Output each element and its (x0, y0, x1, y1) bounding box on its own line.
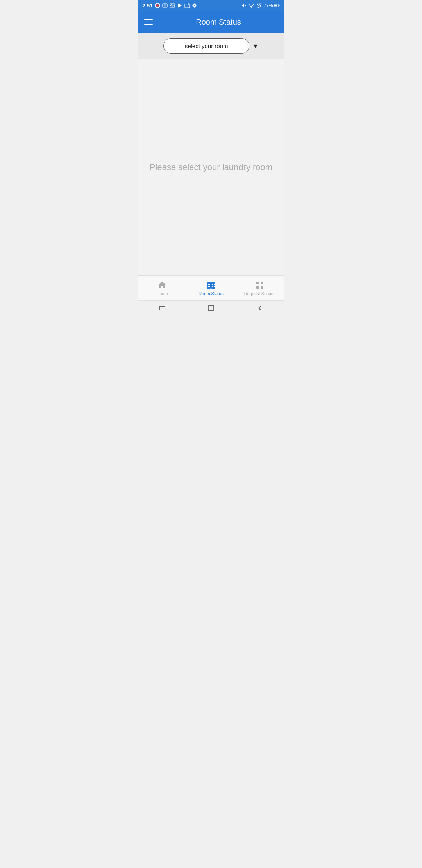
empty-state-message: Please select your laundry room (140, 162, 282, 172)
svg-line-18 (257, 3, 257, 4)
app-bar-title: Room Status (159, 18, 278, 27)
settings-icon (192, 3, 197, 8)
selector-area: select your room ▼ (138, 33, 284, 59)
svg-rect-34 (214, 284, 215, 285)
svg-point-14 (251, 7, 252, 8)
nav-item-room-status[interactable]: Room Status (187, 280, 236, 296)
svg-marker-6 (178, 3, 182, 8)
nav-item-home[interactable]: Home (138, 280, 187, 296)
svg-rect-22 (274, 5, 277, 7)
svg-point-3 (164, 4, 166, 6)
nav-item-request-service[interactable]: Request Service (236, 280, 284, 296)
home-button[interactable] (207, 304, 215, 314)
play-store-icon (177, 3, 182, 8)
svg-rect-30 (209, 286, 210, 287)
menu-button[interactable] (144, 19, 153, 25)
svg-rect-36 (214, 286, 215, 287)
contacts-icon (162, 3, 168, 8)
status-bar-right: 77% (241, 3, 279, 8)
home-icon (157, 280, 167, 290)
svg-rect-39 (256, 286, 259, 289)
svg-rect-38 (261, 282, 263, 284)
battery-indicator: 77% (263, 3, 279, 8)
alarm-icon (256, 3, 261, 8)
svg-point-5 (171, 4, 172, 5)
room-selector-button[interactable]: select your room (163, 38, 249, 54)
nav-label-room-status: Room Status (198, 291, 224, 296)
svg-point-1 (156, 4, 159, 7)
record-app-icon (155, 3, 160, 8)
svg-rect-31 (212, 283, 213, 283)
building-icon (206, 280, 216, 290)
svg-rect-40 (261, 286, 263, 289)
gallery-icon (170, 3, 175, 8)
calendar-icon (184, 3, 190, 8)
svg-rect-32 (214, 283, 215, 283)
svg-rect-37 (256, 282, 259, 284)
battery-percent: 77% (263, 3, 273, 8)
back-button[interactable] (256, 304, 264, 314)
app-bar: Room Status (138, 11, 284, 33)
svg-rect-26 (209, 283, 210, 283)
recent-apps-button[interactable] (158, 304, 166, 314)
svg-rect-27 (208, 284, 209, 285)
mute-icon (241, 3, 247, 8)
grid-icon (255, 280, 265, 290)
main-content: Please select your laundry room (138, 59, 284, 275)
svg-rect-45 (208, 305, 214, 311)
wifi-icon (249, 3, 254, 8)
svg-rect-25 (208, 283, 209, 283)
svg-rect-28 (209, 284, 210, 285)
svg-line-19 (260, 3, 261, 4)
status-bar: 2:51 (138, 0, 284, 11)
svg-rect-29 (208, 286, 209, 287)
svg-rect-21 (279, 5, 279, 6)
svg-rect-35 (212, 286, 213, 287)
svg-point-11 (193, 5, 195, 7)
nav-label-home: Home (156, 291, 168, 296)
status-bar-left: 2:51 (143, 3, 197, 9)
nav-label-request-service: Request Service (244, 291, 276, 296)
svg-rect-7 (185, 4, 190, 8)
svg-rect-33 (212, 284, 213, 285)
bottom-nav: Home Room Status Request Ser (138, 275, 284, 300)
android-nav-bar (138, 300, 284, 317)
dropdown-arrow-icon[interactable]: ▼ (252, 43, 259, 50)
status-time: 2:51 (143, 3, 153, 9)
